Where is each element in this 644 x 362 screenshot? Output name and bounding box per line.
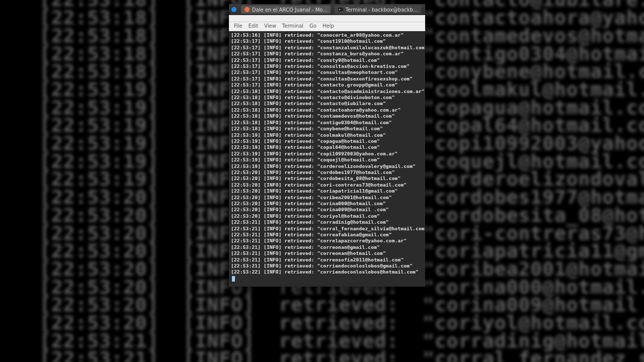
window-titlebar-strip <box>229 15 425 22</box>
terminal-line: [22:53:17] [INFO] retrieved: "constanzal… <box>231 45 423 51</box>
terminal-line: [22:53:18] [INFO] retrieved: "contacto@d… <box>231 95 423 101</box>
terminal-line: [22:53:17] [INFO] retrieved: "contacto.g… <box>231 82 423 88</box>
terminal-line: [22:53:21] [INFO] retrieved: "correonan@… <box>231 244 423 250</box>
terminal-line: [22:53:21] [INFO] retrieved: "corriendoc… <box>231 263 423 269</box>
terminal-line: [22:53:19] [INFO] retrieved: "copagua@ho… <box>231 138 423 144</box>
tab-label: Dale en el ARCO Juanal - Mo... <box>252 7 328 13</box>
menu-view[interactable]: View <box>264 23 276 30</box>
terminal-line: [22:53:17] [INFO] retrieved: "consultas@… <box>231 69 423 75</box>
terminal-window: Dale en el ARCO Juanal - Mo... Terminal … <box>229 4 425 287</box>
taskbar-tab-terminal-2[interactable]: Terminal - b... <box>425 6 426 14</box>
terminal-icon <box>338 7 344 13</box>
terminal-output[interactable]: [22:53:16] [INFO] retrieved: "conocerte_… <box>229 31 425 287</box>
terminal-line: [22:53:20] [INFO] retrieved: "corina000@… <box>231 201 423 207</box>
menu-terminal[interactable]: Terminal <box>282 23 303 30</box>
terminal-line: [22:53:21] [INFO] retrieved: "corradinig… <box>231 219 423 225</box>
terminal-line: [22:53:20] [INFO] retrieved: "coribea200… <box>231 195 423 201</box>
svg-point-0 <box>231 7 236 12</box>
terminal-line: [22:53:20] [INFO] retrieved: "coriyol@ho… <box>231 213 423 219</box>
cursor <box>232 276 235 282</box>
terminal-line: [22:53:20] [INFO] retrieved: "corina009@… <box>231 207 423 213</box>
terminal-line: [22:53:18] [INFO] retrieved: "contigo030… <box>231 120 423 126</box>
taskbar-tab-terminal-1[interactable]: Terminal - backbox@backb... <box>335 6 421 14</box>
terminal-line: [22:53:18] [INFO] retrieved: "contacto@i… <box>231 101 423 107</box>
terminal-line: [22:53:17] [INFO] retrieved: "consultas@… <box>231 63 423 69</box>
terminal-line: [22:53:20] [INFO] retrieved: "cori-contr… <box>231 182 423 188</box>
terminal-line: [22:53:22] [INFO] retrieved: "corriendoc… <box>231 269 423 275</box>
terminal-line: [22:53:21] [INFO] retrieved: "correonan@… <box>231 250 423 256</box>
taskbar-tab-firefox[interactable]: Dale en el ARCO Juanal - Mo... <box>241 6 331 14</box>
tab-label: Terminal - backbox@backb... <box>346 7 418 13</box>
menu-edit[interactable]: Edit <box>249 23 258 30</box>
menu-help[interactable]: Help <box>323 23 334 30</box>
firefox-icon <box>244 7 250 13</box>
terminal-line: [22:53:19] [INFO] retrieved: "corderoeli… <box>231 163 423 169</box>
terminal-line: [22:53:20] [INFO] retrieved: "cordobes19… <box>231 169 423 175</box>
terminal-line: [22:53:17] [INFO] retrieved: "constanza_… <box>231 51 423 57</box>
svg-point-1 <box>245 7 250 12</box>
terminal-line: [22:53:21] [INFO] retrieved: "corral_fer… <box>231 226 423 232</box>
terminal-line: [22:53:19] [INFO] retrieved: "coquejl@ho… <box>231 157 423 163</box>
menubar[interactable]: File Edit View Terminal Go Help <box>229 22 425 31</box>
terminal-line: [22:53:21] [INFO] retrieved: "correlapaz… <box>231 238 423 244</box>
terminal-line: [22:53:20] [INFO] retrieved: "cordobesit… <box>231 175 423 182</box>
terminal-line: [22:53:17] [INFO] retrieved: "consultas@… <box>231 76 423 82</box>
terminal-line: [22:53:19] [INFO] retrieved: "copal64@ho… <box>231 144 423 150</box>
taskbar[interactable]: Dale en el ARCO Juanal - Mo... Terminal … <box>229 4 425 15</box>
terminal-line: [22:53:17] [INFO] retrieved: "consty9@ho… <box>231 57 423 63</box>
terminal-line: [22:53:17] [INFO] retrieved: "const1910@… <box>231 38 423 44</box>
terminal-line: [22:53:18] [INFO] retrieved: "contactoah… <box>231 107 423 113</box>
terminal-line: [22:53:19] [INFO] retrieved: "copi109920… <box>231 151 423 157</box>
terminal-line: [22:53:16] [INFO] retrieved: "conocerte_… <box>231 32 423 38</box>
app-icon <box>231 7 237 13</box>
terminal-line: [22:53:20] [INFO] retrieved: "coriapatri… <box>231 188 423 194</box>
terminal-line: [22:53:19] [INFO] retrieved: "coolmakul@… <box>231 132 423 138</box>
menu-file[interactable]: File <box>234 23 243 30</box>
terminal-line: [22:53:21] [INFO] retrieved: "correafabi… <box>231 232 423 238</box>
terminal-line: [22:53:18] [INFO] retrieved: "contamedev… <box>231 113 423 119</box>
terminal-line: [22:53:18] [INFO] retrieved: "conybene@h… <box>231 126 423 132</box>
terminal-line: [22:53:18] [INFO] retrieved: "contacto@a… <box>231 88 423 95</box>
menu-go[interactable]: Go <box>309 23 316 30</box>
terminal-line: [22:53:21] [INFO] retrieved: "correosofi… <box>231 257 423 263</box>
